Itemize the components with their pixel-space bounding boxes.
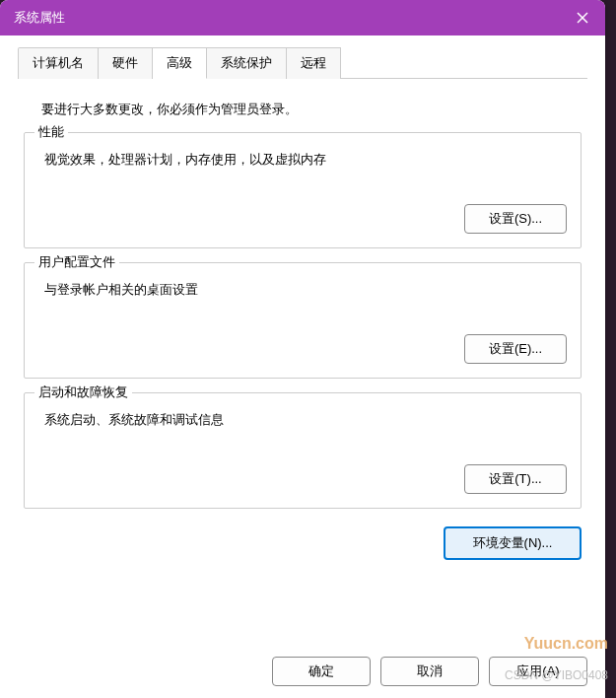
startup-desc: 系统启动、系统故障和调试信息 (38, 403, 567, 449)
user-profiles-group: 用户配置文件 与登录帐户相关的桌面设置 设置(E)... (24, 262, 582, 379)
titlebar: 系统属性 (0, 0, 605, 35)
tab-remote[interactable]: 远程 (287, 47, 341, 79)
close-button[interactable] (560, 0, 605, 35)
tab-hardware[interactable]: 硬件 (99, 47, 153, 79)
performance-actions: 设置(S)... (38, 188, 567, 234)
performance-group: 性能 视觉效果，处理器计划，内存使用，以及虚拟内存 设置(S)... (24, 132, 582, 248)
dialog-content: 计算机名 硬件 高级 系统保护 远程 要进行大多数更改，你必须作为管理员登录。 … (0, 35, 605, 574)
system-properties-dialog: 系统属性 计算机名 硬件 高级 系统保护 远程 要进行大多数更改，你必须作为管理… (0, 0, 605, 698)
tabs-bar: 计算机名 硬件 高级 系统保护 远程 (18, 47, 587, 79)
performance-settings-button[interactable]: 设置(S)... (464, 204, 567, 234)
admin-notice: 要进行大多数更改，你必须作为管理员登录。 (18, 93, 587, 132)
dialog-title: 系统属性 (14, 9, 65, 27)
performance-title: 性能 (34, 123, 68, 141)
tab-system-protection[interactable]: 系统保护 (207, 47, 287, 79)
close-icon (577, 12, 588, 24)
cancel-button[interactable]: 取消 (380, 657, 479, 686)
startup-settings-button[interactable]: 设置(T)... (464, 464, 567, 494)
env-variables-row: 环境变量(N)... (24, 526, 582, 560)
user-profiles-title: 用户配置文件 (34, 253, 119, 271)
tab-advanced[interactable]: 高级 (153, 47, 207, 79)
ok-button[interactable]: 确定 (272, 657, 371, 686)
user-profiles-desc: 与登录帐户相关的桌面设置 (38, 273, 567, 318)
startup-actions: 设置(T)... (38, 449, 567, 494)
user-profiles-actions: 设置(E)... (38, 318, 567, 364)
performance-desc: 视觉效果，处理器计划，内存使用，以及虚拟内存 (38, 143, 567, 188)
tab-computer-name[interactable]: 计算机名 (18, 47, 99, 79)
watermark-logo: Yuucn.com (524, 635, 608, 653)
user-profiles-settings-button[interactable]: 设置(E)... (464, 334, 567, 364)
environment-variables-button[interactable]: 环境变量(N)... (444, 526, 582, 560)
startup-title: 启动和故障恢复 (34, 384, 132, 401)
watermark-csdn: CSDN @YIBO0408 (505, 668, 608, 682)
startup-group: 启动和故障恢复 系统启动、系统故障和调试信息 设置(T)... (24, 392, 582, 509)
